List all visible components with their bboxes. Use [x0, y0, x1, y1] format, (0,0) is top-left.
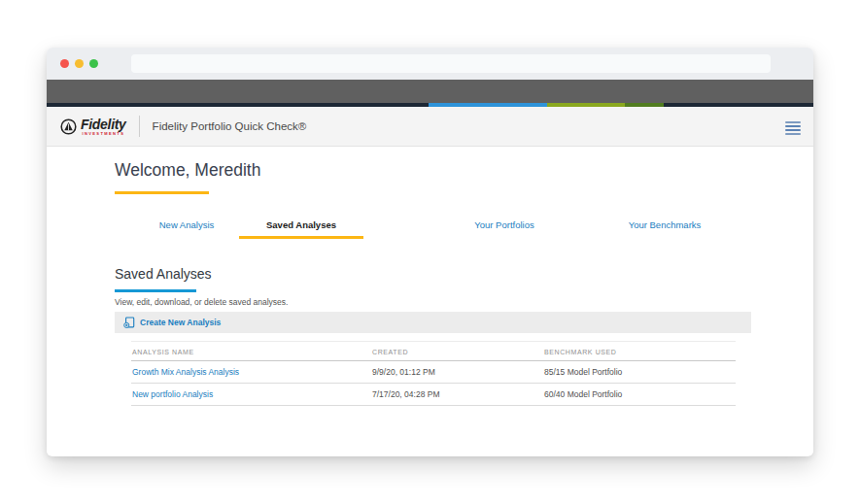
section-title: Saved Analyses: [115, 266, 212, 282]
tab-your-portfolios[interactable]: Your Portfolios: [474, 219, 533, 230]
logo-wordmark: Fidelity: [81, 118, 126, 131]
browser-window: Fidelity INVESTMENTS Fidelity Portfolio …: [47, 48, 813, 456]
section-description: View, edit, download, or delete saved an…: [115, 297, 288, 307]
browser-chrome-bar: [47, 80, 813, 103]
app-header: Fidelity INVESTMENTS Fidelity Portfolio …: [47, 107, 813, 147]
window-minimize-button[interactable]: [75, 59, 84, 68]
window-controls: [60, 59, 98, 68]
window-zoom-button[interactable]: [89, 59, 98, 68]
column-header-created: CREATED: [372, 348, 408, 354]
create-button-label: Create New Analysis: [140, 318, 221, 327]
main-tabs: New Analysis Saved Analyses Your Portfol…: [47, 217, 813, 240]
saved-analyses-table: ANALYSIS NAME CREATED BENCHMARK USED Gro…: [131, 341, 736, 406]
created-value: 7/17/20, 04:28 PM: [372, 389, 439, 399]
active-tab-underline: [239, 236, 363, 239]
window-close-button[interactable]: [60, 59, 69, 68]
benchmark-value: 60/40 Model Portfolio: [544, 389, 622, 399]
tab-saved-analyses[interactable]: Saved Analyses: [266, 219, 336, 230]
column-header-analysis-name: ANALYSIS NAME: [132, 348, 194, 354]
logo-sub-text: INVESTMENTS: [81, 132, 126, 136]
fidelity-logo-text: Fidelity INVESTMENTS: [81, 118, 126, 136]
tab-new-analysis[interactable]: New Analysis: [159, 219, 215, 230]
app-title: Fidelity Portfolio Quick Check®: [153, 120, 307, 132]
analysis-link[interactable]: New portfolio Analysis: [132, 389, 213, 399]
table-row: New portfolio Analysis 7/17/20, 04:28 PM…: [131, 384, 736, 406]
created-value: 9/9/20, 01:12 PM: [372, 367, 435, 377]
table-row: Growth Mix Analysis Analysis 9/9/20, 01:…: [131, 361, 736, 384]
column-header-benchmark-used: BENCHMARK USED: [544, 348, 617, 354]
analysis-link[interactable]: Growth Mix Analysis Analysis: [132, 367, 239, 377]
create-new-analysis-button[interactable]: Create New Analysis: [115, 312, 751, 333]
fidelity-logo[interactable]: Fidelity INVESTMENTS: [60, 118, 126, 136]
browser-titlebar: [47, 48, 813, 80]
tab-your-benchmarks[interactable]: Your Benchmarks: [629, 219, 702, 230]
create-document-icon: [123, 317, 135, 328]
benchmark-value: 85/15 Model Portfolio: [544, 367, 622, 377]
welcome-underline: [115, 191, 209, 194]
welcome-heading: Welcome, Meredith: [115, 160, 260, 181]
table-header-row: ANALYSIS NAME CREATED BENCHMARK USED: [131, 342, 736, 361]
main-content: Welcome, Meredith New Analysis Saved Ana…: [47, 147, 813, 455]
fidelity-pyramid-icon: [60, 118, 77, 135]
address-bar[interactable]: [131, 54, 771, 73]
hamburger-menu-icon[interactable]: [785, 121, 801, 135]
header-divider: [139, 116, 140, 137]
section-title-underline: [115, 289, 196, 292]
